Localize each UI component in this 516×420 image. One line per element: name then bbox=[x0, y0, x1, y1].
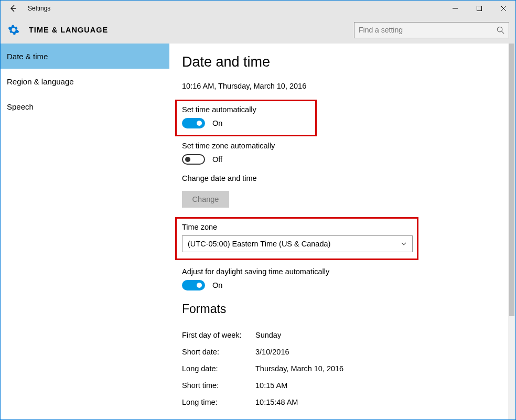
format-value: 10:15 AM bbox=[255, 381, 287, 390]
window-title: Settings bbox=[26, 5, 50, 12]
format-value: Thursday, March 10, 2016 bbox=[255, 364, 343, 373]
search-box[interactable] bbox=[354, 22, 509, 38]
titlebar: Settings bbox=[1, 1, 515, 16]
gear-icon bbox=[8, 24, 19, 36]
chevron-down-icon bbox=[401, 241, 407, 247]
scrollbar-thumb[interactable] bbox=[509, 44, 514, 316]
maximize-button[interactable] bbox=[467, 1, 491, 16]
format-row: Long date: Thursday, March 10, 2016 bbox=[182, 360, 508, 377]
sidebar-item-label: Speech bbox=[7, 102, 34, 111]
close-button[interactable] bbox=[491, 1, 515, 16]
set-time-auto-toggle[interactable] bbox=[182, 118, 205, 128]
format-value: 10:15:48 AM bbox=[255, 398, 298, 406]
back-arrow-icon bbox=[9, 4, 17, 13]
dst-state: On bbox=[212, 281, 222, 289]
format-row: Short time: 10:15 AM bbox=[182, 377, 508, 394]
svg-point-4 bbox=[497, 27, 502, 31]
search-icon bbox=[497, 26, 504, 34]
highlight-timezone: Time zone (UTC-05:00) Eastern Time (US &… bbox=[175, 217, 418, 260]
timezone-label: Time zone bbox=[182, 223, 412, 231]
dst-toggle[interactable] bbox=[182, 280, 205, 290]
sidebar-item-region-language[interactable]: Region & language bbox=[1, 69, 169, 94]
sidebar-item-label: Date & time bbox=[7, 52, 48, 61]
minimize-icon bbox=[453, 6, 458, 11]
dst-label: Adjust for daylight saving time automati… bbox=[182, 267, 508, 276]
search-input[interactable] bbox=[359, 26, 497, 34]
format-label: Short time: bbox=[182, 381, 255, 390]
set-tz-auto-label: Set time zone automatically bbox=[182, 142, 508, 150]
maximize-icon bbox=[477, 6, 482, 11]
content: Date and time 10:16 AM, Thursday, March … bbox=[169, 44, 508, 419]
formats-table: First day of week: Sunday Short date: 3/… bbox=[182, 327, 508, 411]
format-row: Short date: 3/10/2016 bbox=[182, 343, 508, 360]
set-tz-auto-state: Off bbox=[212, 155, 222, 164]
svg-line-5 bbox=[502, 31, 504, 34]
scrollbar[interactable] bbox=[508, 44, 515, 419]
format-label: First day of week: bbox=[182, 331, 255, 339]
svg-rect-1 bbox=[477, 6, 482, 11]
page-heading: Date and time bbox=[182, 54, 508, 70]
formats-heading: Formats bbox=[182, 302, 508, 316]
format-value: 3/10/2016 bbox=[255, 348, 289, 356]
format-value: Sunday bbox=[255, 331, 281, 339]
close-icon bbox=[501, 6, 506, 11]
highlight-set-time-auto: Set time automatically On bbox=[175, 100, 317, 136]
section-title: TIME & LANGUAGE bbox=[29, 26, 108, 34]
format-label: Short date: bbox=[182, 348, 255, 356]
set-tz-auto-toggle[interactable] bbox=[182, 154, 205, 165]
set-time-auto-label: Set time automatically bbox=[182, 105, 310, 114]
sidebar-item-date-time[interactable]: Date & time bbox=[1, 44, 169, 69]
current-datetime: 10:16 AM, Thursday, March 10, 2016 bbox=[182, 82, 508, 90]
format-row: First day of week: Sunday bbox=[182, 327, 508, 343]
format-label: Long date: bbox=[182, 364, 255, 373]
change-button: Change bbox=[182, 191, 229, 208]
header: TIME & LANGUAGE bbox=[1, 16, 515, 44]
sidebar-item-speech[interactable]: Speech bbox=[1, 94, 169, 119]
format-row: Long time: 10:15:48 AM bbox=[182, 394, 508, 411]
sidebar-item-label: Region & language bbox=[7, 77, 74, 86]
set-time-auto-state: On bbox=[212, 119, 222, 127]
minimize-button[interactable] bbox=[443, 1, 467, 16]
change-datetime-label: Change date and time bbox=[182, 174, 508, 182]
format-label: Long time: bbox=[182, 398, 255, 406]
timezone-dropdown[interactable]: (UTC-05:00) Eastern Time (US & Canada) bbox=[182, 235, 413, 252]
sidebar: Date & time Region & language Speech bbox=[1, 44, 169, 419]
timezone-value: (UTC-05:00) Eastern Time (US & Canada) bbox=[188, 240, 330, 248]
back-button[interactable] bbox=[1, 1, 26, 16]
